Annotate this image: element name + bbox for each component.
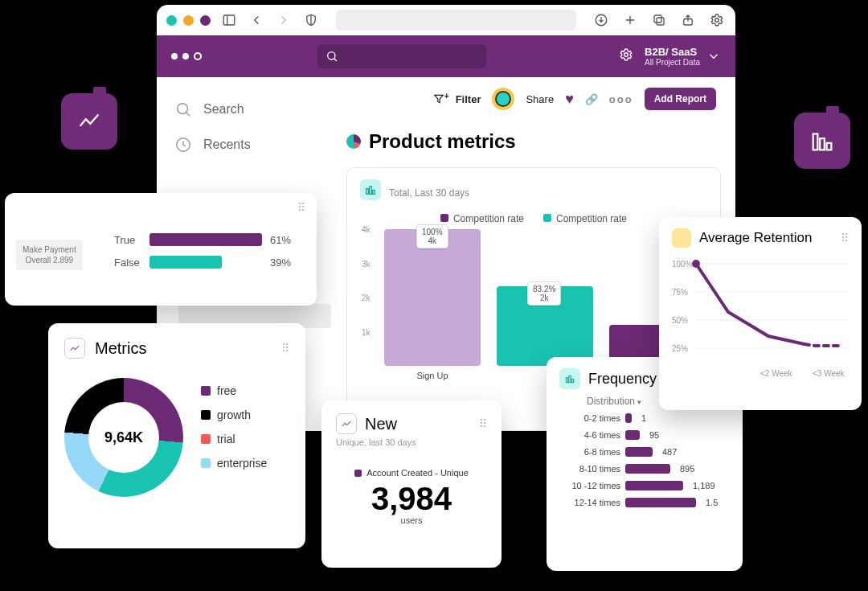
page-title: Product metrics (346, 130, 721, 153)
analytics-tile-icon (61, 93, 117, 150)
browser-titlebar (157, 5, 735, 35)
copy-icon[interactable] (650, 11, 668, 29)
download-icon[interactable] (592, 11, 610, 29)
svg-rect-26 (820, 138, 825, 150)
freq-label: 4-6 times (559, 430, 620, 440)
svg-text:<3 Week: <3 Week (813, 369, 845, 378)
bar-value: 39% (270, 257, 291, 269)
freq-label: 12-14 times (559, 498, 620, 507)
svg-text:50%: 50% (672, 316, 688, 325)
filter-button[interactable]: + Filter (433, 93, 481, 105)
sidebar-item-recents[interactable]: Recents (174, 127, 342, 162)
big-number-unit: users (336, 515, 487, 525)
drag-handle-icon[interactable]: ⠿ (281, 342, 289, 355)
series-label: Account Created - Unique (336, 468, 487, 478)
drag-handle-icon[interactable]: ⠿ (479, 417, 487, 430)
freq-value: 895 (680, 464, 694, 474)
bar-tooltip: 100%4k (416, 224, 448, 248)
add-report-button[interactable]: Add Report (645, 88, 716, 110)
legend-item: Competition rate (440, 213, 524, 224)
svg-rect-8 (654, 15, 661, 23)
link-icon[interactable]: 🔗 (585, 93, 598, 105)
svg-rect-27 (827, 143, 832, 150)
nav-forward-icon[interactable] (275, 11, 293, 29)
share-icon[interactable] (679, 11, 697, 29)
share-button[interactable]: Share (526, 93, 554, 105)
sidebar-label: Search (203, 102, 244, 117)
sidebar-toggle-icon[interactable] (220, 11, 238, 29)
freq-bar (625, 430, 640, 440)
project-subtitle: All Project Data (645, 58, 700, 67)
bar-chart-icon (559, 368, 580, 389)
traffic-light[interactable] (200, 15, 211, 26)
line-chart-icon (336, 413, 357, 434)
nav-back-icon[interactable] (248, 11, 265, 29)
card-subtitle: Unique, last 30 days (336, 437, 487, 447)
project-title: B2B/ SaaS (645, 46, 700, 58)
svg-point-39 (692, 260, 700, 268)
address-bar[interactable] (336, 10, 576, 31)
svg-text:75%: 75% (672, 288, 688, 297)
svg-rect-25 (813, 134, 818, 150)
bar-tooltip: 83.2%2k (527, 281, 561, 306)
freq-row: 12-14 times 1.5 (559, 498, 730, 507)
shield-icon[interactable] (302, 11, 320, 29)
y-tick: 4k (362, 225, 371, 234)
bar (384, 229, 481, 366)
legend-item: free (201, 384, 267, 397)
bar-chart-icon (360, 179, 381, 200)
search-icon (174, 101, 192, 118)
retention-chart: 100% 75% 50% 25% <2 Week <3 Week (672, 248, 849, 384)
freq-label: 8-10 times (559, 464, 620, 474)
project-selector[interactable]: B2B/ SaaS All Project Data (645, 46, 721, 67)
avatar[interactable] (492, 88, 514, 110)
traffic-light[interactable] (183, 15, 194, 26)
legend-item: Competition rate (543, 213, 627, 224)
freq-bar (625, 464, 670, 474)
freq-row: 8-10 times 895 (559, 464, 730, 474)
freq-row: 10 -12 times 1,189 (559, 481, 730, 490)
metrics-card: Metrics ⠿ 9,64K free growth trial enterp… (48, 323, 305, 548)
filter-label: Filter (456, 93, 481, 105)
freq-value: 487 (662, 447, 677, 457)
drag-handle-icon[interactable]: ⠿ (297, 201, 305, 214)
donut-chart: 9,64K (64, 378, 183, 497)
bar-row: True 61% (114, 233, 302, 246)
gear-icon[interactable] (708, 11, 726, 29)
line-chart-icon (64, 338, 85, 359)
svg-point-14 (624, 53, 628, 57)
drag-handle-icon[interactable]: ⠿ (841, 232, 849, 244)
app-bar: B2B/ SaaS All Project Data (157, 35, 735, 77)
bar-label: True (114, 234, 141, 246)
bar-value: 61% (270, 234, 291, 246)
svg-point-12 (328, 52, 335, 60)
filter-icon (433, 93, 444, 105)
svg-rect-21 (373, 191, 375, 195)
app-menu-icon[interactable] (171, 52, 202, 60)
sidebar-item-search[interactable]: Search (174, 92, 342, 127)
retention-card: Average Retention ⠿ 100% 75% 50% 25% <2 … (659, 217, 862, 410)
chart-legend: Competition rate Competition rate (360, 213, 707, 224)
card-title: Frequency (588, 371, 657, 388)
bar-fill (149, 256, 222, 269)
payment-summary-chip: Make Payment Overall 2.899 (16, 240, 83, 270)
chevron-down-icon (706, 49, 721, 64)
column-header[interactable]: Distribution ▾ (587, 396, 641, 407)
page-toolbar: + Filter Share ♥ 🔗 ooo Add Report (342, 85, 721, 113)
svg-rect-20 (370, 187, 372, 194)
svg-rect-28 (566, 378, 567, 383)
new-tab-icon[interactable] (621, 11, 639, 29)
page-title-icon (346, 134, 361, 149)
app-search[interactable] (317, 44, 486, 68)
sidebar-label: Recents (203, 137, 251, 152)
settings-icon[interactable] (619, 47, 633, 65)
legend-item: trial (201, 433, 267, 445)
freq-value: 95 (649, 430, 659, 440)
traffic-light[interactable] (166, 15, 177, 26)
card-title: Metrics (95, 339, 146, 358)
heart-icon[interactable]: ♥ (565, 91, 574, 108)
svg-text:<2 Week: <2 Week (760, 369, 793, 378)
card-title: New (365, 415, 397, 433)
freq-row: 0-2 times 1 (559, 413, 730, 423)
more-icon[interactable]: ooo (609, 93, 633, 105)
